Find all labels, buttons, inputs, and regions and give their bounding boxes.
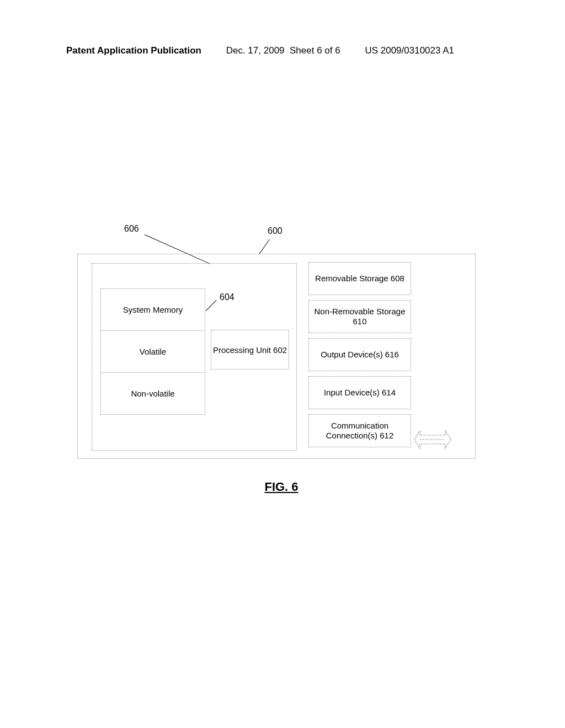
peripheral-column: Removable Storage 608 Non-Removable Stor… bbox=[308, 262, 411, 447]
lead-600 bbox=[259, 239, 270, 254]
bidirectional-arrow-icon bbox=[413, 430, 452, 449]
ref-606: 606 bbox=[124, 224, 139, 234]
system-diagram: 606 600 604 System Memory Volatile Non-v… bbox=[72, 215, 491, 485]
input-devices-box: Input Device(s) 614 bbox=[308, 376, 411, 409]
system-memory-cell: System Memory bbox=[100, 288, 205, 331]
date-sheet: Dec. 17, 2009 Sheet 6 of 6 bbox=[226, 45, 340, 56]
volatile-cell: Volatile bbox=[100, 330, 205, 373]
ref-600: 600 bbox=[268, 226, 282, 236]
memory-stack: System Memory Volatile Non-volatile bbox=[100, 288, 205, 415]
publication-type: Patent Application Publication bbox=[66, 45, 201, 56]
basic-config-box: System Memory Volatile Non-volatile Proc… bbox=[92, 263, 297, 451]
figure-label: FIG. 6 bbox=[72, 480, 491, 494]
output-devices-box: Output Device(s) 616 bbox=[308, 338, 411, 371]
communication-box: Communication Connection(s) 612 bbox=[308, 414, 411, 447]
nonremovable-storage-box: Non-Removable Storage 610 bbox=[308, 300, 411, 333]
removable-storage-box: Removable Storage 608 bbox=[308, 262, 411, 295]
nonvolatile-cell: Non-volatile bbox=[100, 372, 205, 415]
computing-device-box: System Memory Volatile Non-volatile Proc… bbox=[77, 254, 476, 459]
page-header: Patent Application Publication Dec. 17, … bbox=[0, 45, 565, 56]
processing-unit-box: Processing Unit 602 bbox=[211, 330, 289, 370]
publication-number: US 2009/0310023 A1 bbox=[365, 45, 454, 56]
